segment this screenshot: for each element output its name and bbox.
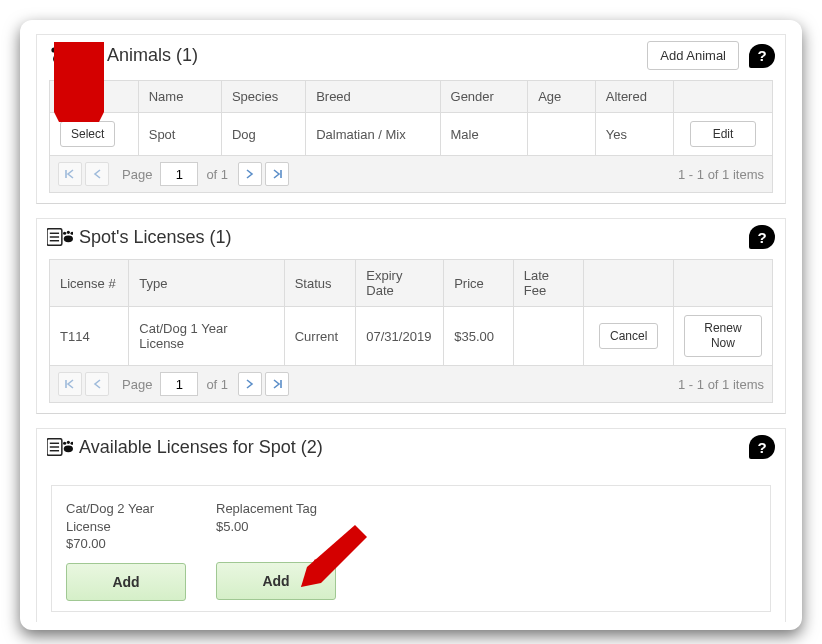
svg-point-4 — [57, 45, 62, 50]
panel-licenses: Spot's Licenses (1) ? License # Type Sta… — [36, 218, 786, 414]
pager: Page of 1 1 - 1 of 1 items — [49, 156, 773, 193]
svg-point-22 — [64, 446, 73, 453]
licenses-table: License # Type Status Expiry Date Price … — [49, 259, 773, 366]
page-of: of 1 — [206, 167, 228, 182]
panel-my-animals: My Animals (1) Add Animal ? Name Species… — [36, 34, 786, 204]
list-paw-icon — [47, 227, 73, 247]
available-card: Cat/Dog 2 Year License $70.00 Add — [66, 500, 186, 601]
panel-title: My Animals (1) — [79, 45, 198, 66]
add-button[interactable]: Add — [216, 562, 336, 600]
cell-latefee — [513, 307, 584, 366]
page-label: Page — [122, 377, 152, 392]
add-animal-button[interactable]: Add Animal — [647, 41, 739, 70]
table-row: Select Spot Dog Dalmatian / Mix Male Yes… — [50, 113, 773, 156]
col-blank — [584, 260, 674, 307]
col-license-num[interactable]: License # — [50, 260, 129, 307]
cell-expiry: 07/31/2019 — [356, 307, 444, 366]
card-label: Cat/Dog 2 Year License $70.00 — [66, 500, 186, 553]
svg-point-21 — [70, 442, 73, 445]
pager-first-icon[interactable] — [58, 162, 82, 186]
help-icon[interactable]: ? — [749, 44, 775, 68]
pager-prev-icon[interactable] — [85, 372, 109, 396]
pager-first-icon[interactable] — [58, 372, 82, 396]
cell-breed: Dalmatian / Mix — [306, 113, 440, 156]
pager-prev-icon[interactable] — [85, 162, 109, 186]
panel-header: Spot's Licenses (1) ? — [37, 219, 785, 259]
cell-price: $35.00 — [444, 307, 514, 366]
col-latefee[interactable]: Late Fee — [513, 260, 584, 307]
col-type[interactable]: Type — [129, 260, 284, 307]
pager-next-icon[interactable] — [238, 162, 262, 186]
cell-name: Spot — [138, 113, 221, 156]
pager-info: 1 - 1 of 1 items — [678, 167, 764, 182]
renew-now-button[interactable]: Renew Now — [684, 315, 762, 357]
table-header-row: License # Type Status Expiry Date Price … — [50, 260, 773, 307]
card-label: Replacement Tag $5.00 — [216, 500, 336, 552]
cell-gender: Male — [440, 113, 528, 156]
cell-altered: Yes — [595, 113, 673, 156]
page-input[interactable] — [160, 372, 198, 396]
svg-point-11 — [63, 232, 66, 235]
list-paw-icon — [47, 437, 73, 457]
col-species[interactable]: Species — [221, 81, 305, 113]
svg-point-14 — [64, 236, 73, 243]
edit-button[interactable]: Edit — [690, 121, 757, 147]
panel-header: My Animals (1) Add Animal ? — [37, 35, 785, 80]
available-card: Replacement Tag $5.00 Add — [216, 500, 336, 601]
pager-last-icon[interactable] — [265, 372, 289, 396]
svg-point-6 — [53, 53, 67, 64]
svg-point-12 — [67, 231, 70, 234]
col-status[interactable]: Status — [284, 260, 356, 307]
svg-point-13 — [70, 232, 73, 235]
cell-species: Dog — [221, 113, 305, 156]
svg-point-5 — [63, 47, 68, 52]
animals-table: Name Species Breed Gender Age Altered Se… — [49, 80, 773, 156]
paw-icon — [47, 45, 73, 67]
help-icon[interactable]: ? — [749, 225, 775, 249]
col-gender[interactable]: Gender — [440, 81, 528, 113]
pager-info: 1 - 1 of 1 items — [678, 377, 764, 392]
col-age[interactable]: Age — [528, 81, 596, 113]
col-altered[interactable]: Altered — [595, 81, 673, 113]
add-button[interactable]: Add — [66, 563, 186, 601]
cell-license-num: T114 — [50, 307, 129, 366]
help-icon[interactable]: ? — [749, 435, 775, 459]
pager-next-icon[interactable] — [238, 372, 262, 396]
panel-title: Available Licenses for Spot (2) — [79, 437, 323, 458]
table-row: T114 Cat/Dog 1 Year License Current 07/3… — [50, 307, 773, 366]
svg-point-19 — [63, 442, 66, 445]
col-expiry[interactable]: Expiry Date — [356, 260, 444, 307]
cancel-button[interactable]: Cancel — [599, 323, 658, 349]
pager-last-icon[interactable] — [265, 162, 289, 186]
col-breed[interactable]: Breed — [306, 81, 440, 113]
svg-point-20 — [67, 441, 70, 444]
col-name[interactable]: Name — [138, 81, 221, 113]
cell-status: Current — [284, 307, 356, 366]
pager: Page of 1 1 - 1 of 1 items — [49, 366, 773, 403]
select-button[interactable]: Select — [60, 121, 115, 147]
svg-point-3 — [51, 47, 56, 52]
page-of: of 1 — [206, 377, 228, 392]
panel-header: Available Licenses for Spot (2) ? — [37, 429, 785, 469]
col-blank2 — [673, 260, 772, 307]
page-label: Page — [122, 167, 152, 182]
col-blank2 — [674, 81, 773, 113]
col-price[interactable]: Price — [444, 260, 514, 307]
panel-available-licenses: Available Licenses for Spot (2) ? Cat/Do… — [36, 428, 786, 622]
table-header-row: Name Species Breed Gender Age Altered — [50, 81, 773, 113]
cell-type: Cat/Dog 1 Year License — [129, 307, 284, 366]
app-frame: My Animals (1) Add Animal ? Name Species… — [20, 20, 802, 630]
available-cards-row: Cat/Dog 2 Year License $70.00 Add Replac… — [51, 485, 771, 612]
col-blank — [50, 81, 139, 113]
panel-title: Spot's Licenses (1) — [79, 227, 232, 248]
cell-age — [528, 113, 596, 156]
page-input[interactable] — [160, 162, 198, 186]
